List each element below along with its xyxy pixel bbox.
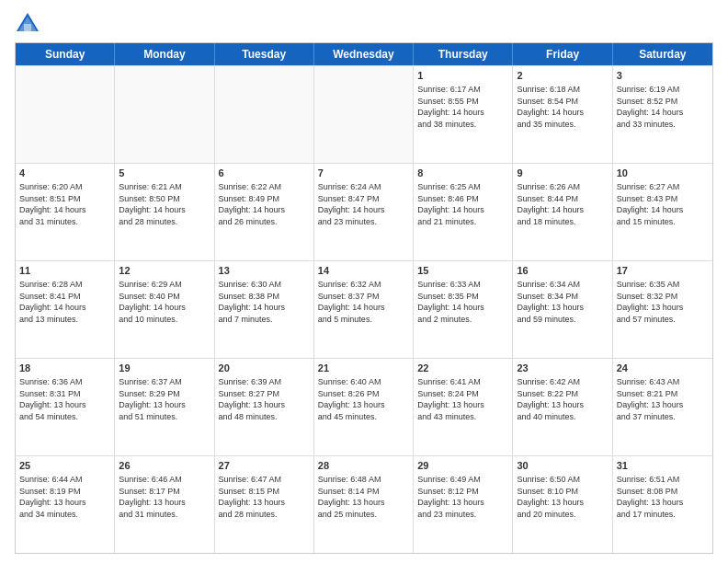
- calendar-header-sunday: Sunday: [16, 43, 115, 65]
- cell-info: Sunrise: 6:34 AM Sunset: 8:34 PM Dayligh…: [517, 280, 584, 324]
- calendar-cell-3-5: 15Sunrise: 6:33 AM Sunset: 8:35 PM Dayli…: [414, 261, 513, 358]
- day-number: 8: [417, 167, 508, 180]
- calendar-cell-4-7: 24Sunrise: 6:43 AM Sunset: 8:21 PM Dayli…: [613, 359, 712, 455]
- day-number: 15: [417, 264, 508, 278]
- svg-rect-2: [24, 24, 31, 31]
- cell-info: Sunrise: 6:17 AM Sunset: 8:55 PM Dayligh…: [417, 85, 484, 129]
- calendar-cell-5-6: 30Sunrise: 6:50 AM Sunset: 8:10 PM Dayli…: [513, 456, 612, 553]
- cell-info: Sunrise: 6:35 AM Sunset: 8:32 PM Dayligh…: [617, 280, 684, 324]
- cell-info: Sunrise: 6:37 AM Sunset: 8:29 PM Dayligh…: [119, 377, 186, 421]
- calendar-cell-3-4: 14Sunrise: 6:32 AM Sunset: 8:37 PM Dayli…: [314, 261, 414, 358]
- calendar-header-wednesday: Wednesday: [314, 43, 414, 65]
- day-number: 19: [119, 362, 210, 375]
- day-number: 1: [417, 69, 508, 83]
- calendar-cell-3-1: 11Sunrise: 6:28 AM Sunset: 8:41 PM Dayli…: [16, 261, 115, 358]
- cell-info: Sunrise: 6:40 AM Sunset: 8:26 PM Dayligh…: [318, 377, 385, 421]
- calendar-header-friday: Friday: [513, 43, 612, 65]
- day-number: 23: [517, 362, 608, 375]
- cell-info: Sunrise: 6:24 AM Sunset: 8:47 PM Dayligh…: [318, 182, 385, 226]
- day-number: 16: [517, 264, 608, 278]
- calendar-cell-2-3: 6Sunrise: 6:22 AM Sunset: 8:49 PM Daylig…: [215, 164, 314, 260]
- cell-info: Sunrise: 6:41 AM Sunset: 8:24 PM Dayligh…: [417, 377, 484, 421]
- calendar-cell-4-4: 21Sunrise: 6:40 AM Sunset: 8:26 PM Dayli…: [314, 359, 414, 455]
- calendar-week-3: 11Sunrise: 6:28 AM Sunset: 8:41 PM Dayli…: [16, 260, 712, 358]
- calendar-cell-1-2: [115, 66, 214, 163]
- calendar-cell-2-5: 8Sunrise: 6:25 AM Sunset: 8:46 PM Daylig…: [414, 164, 513, 260]
- cell-info: Sunrise: 6:22 AM Sunset: 8:49 PM Dayligh…: [219, 182, 286, 226]
- calendar-cell-4-1: 18Sunrise: 6:36 AM Sunset: 8:31 PM Dayli…: [16, 359, 115, 455]
- cell-info: Sunrise: 6:27 AM Sunset: 8:43 PM Dayligh…: [617, 182, 684, 226]
- day-number: 5: [119, 167, 210, 180]
- header: [15, 11, 713, 37]
- calendar-cell-3-3: 13Sunrise: 6:30 AM Sunset: 8:38 PM Dayli…: [215, 261, 314, 358]
- calendar-header-row: SundayMondayTuesdayWednesdayThursdayFrid…: [16, 43, 712, 65]
- calendar-cell-1-4: [314, 66, 414, 163]
- day-number: 17: [617, 264, 709, 278]
- day-number: 6: [219, 167, 310, 180]
- calendar-cell-3-6: 16Sunrise: 6:34 AM Sunset: 8:34 PM Dayli…: [513, 261, 612, 358]
- day-number: 11: [19, 264, 110, 278]
- cell-info: Sunrise: 6:42 AM Sunset: 8:22 PM Dayligh…: [517, 377, 584, 421]
- cell-info: Sunrise: 6:26 AM Sunset: 8:44 PM Dayligh…: [517, 182, 584, 226]
- calendar-cell-4-3: 20Sunrise: 6:39 AM Sunset: 8:27 PM Dayli…: [215, 359, 314, 455]
- day-number: 2: [517, 69, 608, 83]
- calendar-header-monday: Monday: [115, 43, 214, 65]
- day-number: 10: [617, 167, 709, 180]
- calendar-cell-5-2: 26Sunrise: 6:46 AM Sunset: 8:17 PM Dayli…: [115, 456, 214, 553]
- page: SundayMondayTuesdayWednesdayThursdayFrid…: [0, 0, 728, 563]
- day-number: 29: [417, 459, 508, 473]
- cell-info: Sunrise: 6:51 AM Sunset: 8:08 PM Dayligh…: [617, 475, 684, 519]
- calendar-cell-5-5: 29Sunrise: 6:49 AM Sunset: 8:12 PM Dayli…: [414, 456, 513, 553]
- cell-info: Sunrise: 6:46 AM Sunset: 8:17 PM Dayligh…: [119, 475, 186, 519]
- calendar-week-1: 1Sunrise: 6:17 AM Sunset: 8:55 PM Daylig…: [16, 65, 712, 163]
- cell-info: Sunrise: 6:20 AM Sunset: 8:51 PM Dayligh…: [19, 182, 86, 226]
- cell-info: Sunrise: 6:39 AM Sunset: 8:27 PM Dayligh…: [219, 377, 286, 421]
- calendar-cell-4-2: 19Sunrise: 6:37 AM Sunset: 8:29 PM Dayli…: [115, 359, 214, 455]
- calendar-cell-5-3: 27Sunrise: 6:47 AM Sunset: 8:15 PM Dayli…: [215, 456, 314, 553]
- day-number: 3: [617, 69, 709, 83]
- cell-info: Sunrise: 6:18 AM Sunset: 8:54 PM Dayligh…: [517, 85, 584, 129]
- day-number: 31: [617, 459, 709, 473]
- cell-info: Sunrise: 6:19 AM Sunset: 8:52 PM Dayligh…: [617, 85, 684, 129]
- calendar-header-thursday: Thursday: [414, 43, 513, 65]
- calendar-cell-3-2: 12Sunrise: 6:29 AM Sunset: 8:40 PM Dayli…: [115, 261, 214, 358]
- calendar-header-saturday: Saturday: [613, 43, 712, 65]
- cell-info: Sunrise: 6:44 AM Sunset: 8:19 PM Dayligh…: [19, 475, 86, 519]
- day-number: 7: [318, 167, 409, 180]
- cell-info: Sunrise: 6:28 AM Sunset: 8:41 PM Dayligh…: [19, 280, 86, 324]
- cell-info: Sunrise: 6:32 AM Sunset: 8:37 PM Dayligh…: [318, 280, 385, 324]
- calendar-week-4: 18Sunrise: 6:36 AM Sunset: 8:31 PM Dayli…: [16, 358, 712, 455]
- calendar-cell-1-1: [16, 66, 115, 163]
- calendar-cell-4-5: 22Sunrise: 6:41 AM Sunset: 8:24 PM Dayli…: [414, 359, 513, 455]
- cell-info: Sunrise: 6:36 AM Sunset: 8:31 PM Dayligh…: [19, 377, 86, 421]
- calendar-header-tuesday: Tuesday: [215, 43, 314, 65]
- day-number: 14: [318, 264, 409, 278]
- calendar-cell-2-7: 10Sunrise: 6:27 AM Sunset: 8:43 PM Dayli…: [613, 164, 712, 260]
- logo-icon: [15, 11, 40, 37]
- calendar-cell-2-1: 4Sunrise: 6:20 AM Sunset: 8:51 PM Daylig…: [16, 164, 115, 260]
- day-number: 28: [318, 459, 409, 473]
- day-number: 24: [617, 362, 709, 375]
- calendar-week-5: 25Sunrise: 6:44 AM Sunset: 8:19 PM Dayli…: [16, 455, 712, 553]
- cell-info: Sunrise: 6:49 AM Sunset: 8:12 PM Dayligh…: [417, 475, 484, 519]
- cell-info: Sunrise: 6:21 AM Sunset: 8:50 PM Dayligh…: [119, 182, 186, 226]
- calendar-cell-2-4: 7Sunrise: 6:24 AM Sunset: 8:47 PM Daylig…: [314, 164, 414, 260]
- day-number: 26: [119, 459, 210, 473]
- cell-info: Sunrise: 6:30 AM Sunset: 8:38 PM Dayligh…: [219, 280, 286, 324]
- day-number: 9: [517, 167, 608, 180]
- calendar-cell-3-7: 17Sunrise: 6:35 AM Sunset: 8:32 PM Dayli…: [613, 261, 712, 358]
- cell-info: Sunrise: 6:50 AM Sunset: 8:10 PM Dayligh…: [517, 475, 584, 519]
- calendar-cell-1-3: [215, 66, 314, 163]
- cell-info: Sunrise: 6:43 AM Sunset: 8:21 PM Dayligh…: [617, 377, 684, 421]
- calendar: SundayMondayTuesdayWednesdayThursdayFrid…: [15, 42, 713, 554]
- calendar-cell-5-4: 28Sunrise: 6:48 AM Sunset: 8:14 PM Dayli…: [314, 456, 414, 553]
- calendar-cell-4-6: 23Sunrise: 6:42 AM Sunset: 8:22 PM Dayli…: [513, 359, 612, 455]
- day-number: 4: [19, 167, 110, 180]
- calendar-cell-1-5: 1Sunrise: 6:17 AM Sunset: 8:55 PM Daylig…: [414, 66, 513, 163]
- cell-info: Sunrise: 6:33 AM Sunset: 8:35 PM Dayligh…: [417, 280, 484, 324]
- calendar-week-2: 4Sunrise: 6:20 AM Sunset: 8:51 PM Daylig…: [16, 163, 712, 260]
- day-number: 30: [517, 459, 608, 473]
- day-number: 20: [219, 362, 310, 375]
- cell-info: Sunrise: 6:29 AM Sunset: 8:40 PM Dayligh…: [119, 280, 186, 324]
- calendar-cell-1-7: 3Sunrise: 6:19 AM Sunset: 8:52 PM Daylig…: [613, 66, 712, 163]
